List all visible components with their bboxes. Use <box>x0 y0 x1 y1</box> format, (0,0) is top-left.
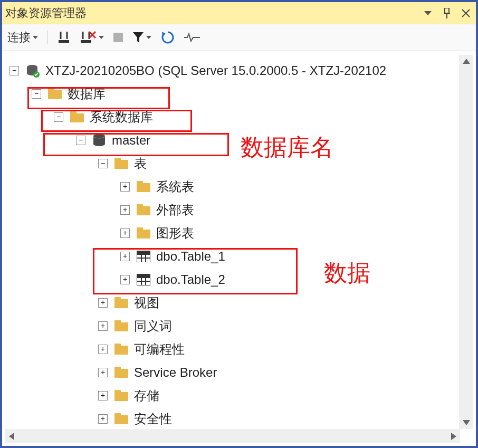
svg-marker-64 <box>451 433 456 440</box>
folder-icon <box>136 203 151 217</box>
connect-label: 连接 <box>7 30 31 45</box>
tables-label: 表 <box>134 154 147 174</box>
svg-rect-57 <box>114 392 128 401</box>
tree-node-external-tables[interactable]: + 外部表 <box>9 198 474 222</box>
close-icon[interactable] <box>459 6 473 20</box>
svg-marker-16 <box>162 32 166 36</box>
svg-rect-51 <box>114 322 128 331</box>
svg-rect-3 <box>446 14 447 18</box>
service-broker-label: Service Broker <box>134 363 217 383</box>
folder-icon <box>114 157 129 170</box>
expand-icon[interactable]: + <box>98 321 108 331</box>
svg-rect-52 <box>114 320 121 323</box>
annotation-box-master <box>43 133 229 156</box>
titlebar: 对象资源管理器 <box>2 2 476 24</box>
svg-rect-59 <box>114 415 128 424</box>
svg-rect-32 <box>137 181 143 184</box>
folder-icon <box>114 342 129 356</box>
expand-icon[interactable]: + <box>98 391 108 401</box>
tree-node-storage[interactable]: + 存储 <box>9 384 474 407</box>
folder-icon <box>114 366 129 379</box>
folder-icon <box>114 319 129 333</box>
views-label: 视图 <box>134 293 159 313</box>
svg-marker-0 <box>424 11 432 15</box>
collapse-icon[interactable]: − <box>98 159 108 168</box>
disconnect-server-button[interactable] <box>80 31 104 44</box>
svg-rect-35 <box>137 230 150 239</box>
autohide-pin-icon[interactable] <box>440 6 454 20</box>
svg-rect-33 <box>137 206 150 215</box>
svg-marker-15 <box>133 32 144 43</box>
svg-rect-30 <box>114 158 121 161</box>
folder-icon <box>136 180 151 194</box>
collapse-icon[interactable]: − <box>9 66 19 75</box>
external-tables-label: 外部表 <box>156 200 194 220</box>
server-icon <box>25 64 40 78</box>
svg-rect-1 <box>445 8 449 13</box>
connect-button[interactable]: 连接 <box>7 30 38 45</box>
folder-icon <box>114 389 129 403</box>
svg-marker-62 <box>463 420 470 425</box>
scroll-left-icon[interactable] <box>5 430 18 443</box>
expand-icon[interactable]: + <box>98 298 108 308</box>
toolbar-separator <box>47 31 48 44</box>
svg-rect-2 <box>444 13 450 14</box>
svg-rect-29 <box>114 160 128 169</box>
tree-node-programmability[interactable]: + 可编程性 <box>9 338 474 361</box>
expand-icon[interactable]: + <box>98 345 108 354</box>
svg-rect-8 <box>59 40 69 43</box>
svg-rect-60 <box>114 413 121 416</box>
annotation-box-system-databases <box>41 110 192 132</box>
annotation-data: 数据 <box>324 258 370 289</box>
svg-rect-34 <box>137 204 143 207</box>
svg-rect-55 <box>114 369 128 378</box>
tree-node-views[interactable]: + 视图 <box>9 291 474 314</box>
svg-marker-63 <box>9 433 14 440</box>
folder-icon <box>114 412 129 426</box>
svg-rect-58 <box>114 390 121 393</box>
dropdown-caret-icon <box>146 36 151 39</box>
scroll-right-icon[interactable] <box>447 430 460 443</box>
system-tables-label: 系统表 <box>156 177 194 197</box>
expand-icon[interactable]: + <box>120 228 130 238</box>
tree-node-synonyms[interactable]: + 同义词 <box>9 314 474 338</box>
server-label: XTZJ-20210205BO (SQL Server 15.0.2000.5 … <box>45 61 386 81</box>
tree-node-server[interactable]: − XTZJ-20210205BO (SQL Server 15.0.2000.… <box>9 59 474 82</box>
filter-button[interactable] <box>132 32 151 43</box>
expand-icon[interactable]: + <box>120 182 130 192</box>
activity-monitor-button[interactable] <box>184 32 200 43</box>
expand-icon[interactable]: + <box>98 414 108 424</box>
window-menu-icon[interactable] <box>421 6 435 20</box>
scroll-down-icon[interactable] <box>460 416 473 429</box>
svg-rect-36 <box>137 227 143 231</box>
graph-tables-label: 图形表 <box>156 223 194 243</box>
scroll-up-icon[interactable] <box>460 55 473 68</box>
svg-rect-11 <box>81 40 91 43</box>
svg-rect-54 <box>114 344 121 347</box>
expand-icon[interactable]: + <box>120 205 130 215</box>
svg-rect-49 <box>114 299 128 308</box>
horizontal-scrollbar[interactable] <box>5 430 460 443</box>
annotation-box-databases <box>27 87 170 109</box>
tree-node-system-tables[interactable]: + 系统表 <box>9 175 474 198</box>
dropdown-caret-icon <box>33 36 38 39</box>
expand-icon[interactable]: + <box>98 368 108 377</box>
refresh-button[interactable] <box>161 31 175 44</box>
tree-node-service-broker[interactable]: + Service Broker <box>9 361 474 384</box>
folder-icon <box>136 226 151 240</box>
svg-rect-56 <box>114 367 121 370</box>
dropdown-caret-icon <box>99 36 104 39</box>
svg-rect-50 <box>114 297 121 300</box>
svg-rect-53 <box>114 346 128 355</box>
storage-label: 存储 <box>134 386 159 406</box>
annotation-db-name: 数据库名 <box>241 132 333 163</box>
connect-server-button[interactable] <box>58 31 70 44</box>
svg-rect-31 <box>137 183 150 192</box>
folder-icon <box>114 296 129 310</box>
tree-node-graph-tables[interactable]: + 图形表 <box>9 222 474 245</box>
synonyms-label: 同义词 <box>134 316 172 336</box>
stop-button[interactable] <box>113 33 123 42</box>
vertical-scrollbar[interactable] <box>460 55 473 429</box>
svg-rect-14 <box>113 33 123 42</box>
tree-node-security[interactable]: + 安全性 <box>9 407 474 431</box>
